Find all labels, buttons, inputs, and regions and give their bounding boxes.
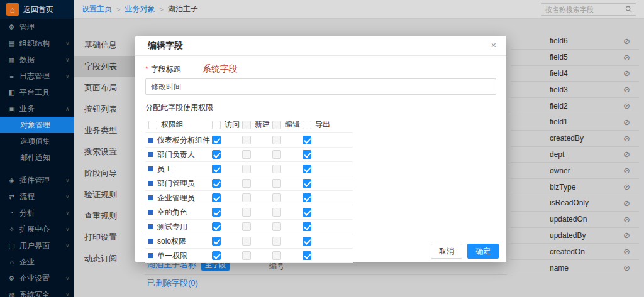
row-bullet-icon [148, 195, 153, 200]
export-checkbox[interactable] [303, 193, 311, 202]
permission-row: 企业管理员 [145, 191, 353, 205]
create-checkbox [242, 251, 251, 260]
create-all-checkbox [242, 121, 251, 129]
row-bullet-icon [148, 152, 153, 157]
edit-all-checkbox [272, 121, 281, 129]
permission-group-name: 空的角色 [157, 207, 187, 218]
create-checkbox [242, 136, 251, 144]
edit-checkbox [272, 179, 281, 188]
permission-row: 单一权限 [145, 249, 353, 263]
permission-group-name: solo权限 [157, 236, 186, 247]
modal-footer: 取消 确定 [431, 244, 499, 259]
create-header: 新建 [255, 119, 270, 130]
access-checkbox[interactable] [212, 208, 221, 217]
close-icon[interactable]: × [491, 41, 496, 50]
access-checkbox[interactable] [212, 150, 221, 159]
row-bullet-icon [148, 224, 153, 229]
permission-row: 部门管理员 [145, 176, 353, 191]
edit-checkbox [272, 150, 281, 159]
permission-group-name: 单一权限 [157, 251, 187, 261]
modal-title: 编辑字段 [148, 40, 183, 51]
permission-row: 仪表板分析组件 [145, 133, 353, 148]
edit-checkbox [272, 165, 281, 173]
permission-row: solo权限 [145, 234, 353, 249]
export-checkbox[interactable] [303, 165, 311, 173]
create-checkbox [242, 222, 251, 231]
edit-field-modal: 编辑字段 × * 字段标题 系统字段 分配此字段使用权限 权限组 访问 新建 编… [135, 36, 506, 262]
access-checkbox[interactable] [212, 179, 221, 188]
access-all-checkbox[interactable] [212, 121, 221, 129]
permission-section-title: 分配此字段使用权限 [145, 102, 496, 113]
create-checkbox [242, 150, 251, 159]
select-all-checkbox[interactable] [148, 121, 157, 129]
permission-row: 部门负责人 [145, 148, 353, 162]
permission-group-name: 仪表板分析组件 [157, 135, 210, 146]
export-checkbox[interactable] [303, 237, 311, 246]
edit-checkbox [272, 193, 281, 202]
edit-checkbox [272, 237, 281, 246]
permission-group-name: 部门负责人 [157, 149, 195, 160]
permission-table-header: 权限组 访问 新建 编辑 导出 [145, 117, 353, 133]
row-bullet-icon [148, 210, 153, 215]
row-bullet-icon [148, 253, 153, 258]
app-root: ⌂ 返回首页 ⚙ 管理 ▤ 组织结构 ∨ ▦ 数据 ∨ ≡ 日志管理 ∨ ◧ 平… [0, 0, 644, 297]
permission-row: 员工 [145, 162, 353, 176]
row-bullet-icon [148, 166, 153, 171]
export-all-checkbox[interactable] [303, 121, 311, 129]
create-checkbox [242, 165, 251, 173]
create-checkbox [242, 179, 251, 188]
permission-row: 测试专用 [145, 220, 353, 234]
access-checkbox[interactable] [212, 251, 221, 260]
access-checkbox[interactable] [212, 165, 221, 173]
export-checkbox[interactable] [303, 136, 311, 144]
edit-header: 编辑 [285, 119, 300, 130]
export-header: 导出 [315, 119, 330, 130]
access-checkbox[interactable] [212, 136, 221, 144]
permission-group-name: 员工 [157, 164, 172, 175]
permission-row: 空的角色 [145, 205, 353, 220]
row-bullet-icon [148, 239, 153, 244]
create-checkbox [242, 193, 251, 202]
access-checkbox[interactable] [212, 222, 221, 231]
row-bullet-icon [148, 138, 153, 143]
export-checkbox[interactable] [303, 222, 311, 231]
field-title-input[interactable] [145, 78, 496, 95]
permission-table: 权限组 访问 新建 编辑 导出 仪表板分析组件 部门负责人 [145, 117, 353, 263]
field-title-label: 字段标题 [151, 64, 181, 75]
export-checkbox[interactable] [303, 179, 311, 188]
permission-group-name: 企业管理员 [157, 193, 195, 203]
perm-group-header: 权限组 [161, 119, 184, 130]
confirm-button[interactable]: 确定 [467, 244, 499, 259]
access-checkbox[interactable] [212, 237, 221, 246]
field-title-label-row: * 字段标题 系统字段 [145, 63, 496, 75]
cancel-button[interactable]: 取消 [431, 244, 462, 259]
edit-checkbox [272, 251, 281, 260]
export-checkbox[interactable] [303, 251, 311, 260]
row-bullet-icon [148, 181, 153, 186]
create-checkbox [242, 208, 251, 217]
create-checkbox [242, 237, 251, 246]
system-field-annotation: 系统字段 [203, 63, 238, 75]
export-checkbox[interactable] [303, 208, 311, 217]
permission-group-name: 部门管理员 [157, 178, 195, 189]
access-checkbox[interactable] [212, 193, 221, 202]
required-mark: * [145, 65, 148, 73]
modal-header: 编辑字段 [135, 36, 506, 56]
edit-checkbox [272, 222, 281, 231]
permission-group-name: 测试专用 [157, 222, 187, 232]
export-checkbox[interactable] [303, 150, 311, 159]
edit-checkbox [272, 208, 281, 217]
edit-checkbox [272, 136, 281, 144]
modal-body: * 字段标题 系统字段 分配此字段使用权限 权限组 访问 新建 编辑 导出 仪表… [135, 56, 506, 263]
access-header: 访问 [225, 119, 240, 130]
